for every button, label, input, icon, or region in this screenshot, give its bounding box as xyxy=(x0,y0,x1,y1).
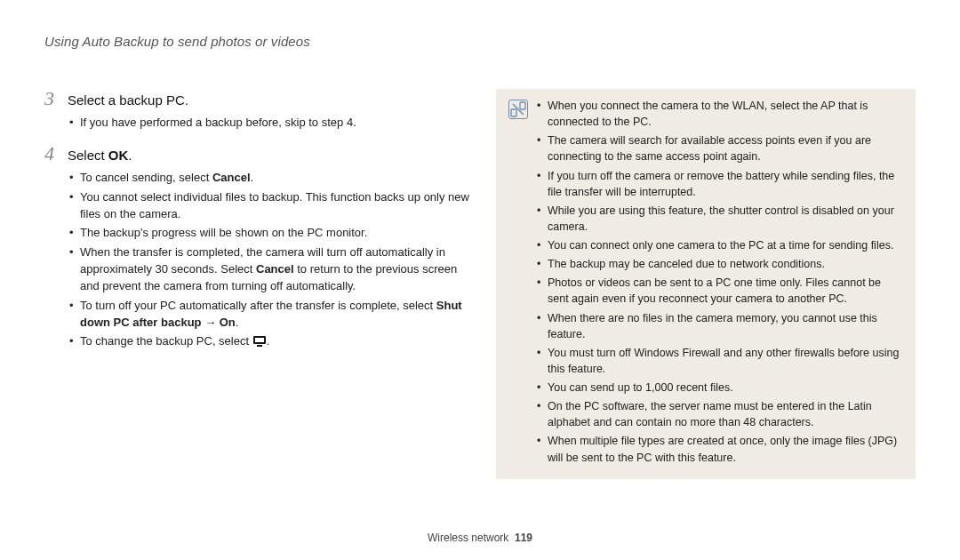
right-column: When you connect the camera to the WLAN,… xyxy=(496,89,916,479)
bullet-item: To change the backup PC, select . xyxy=(69,333,469,350)
note-item: You must turn off Windows Firewall and a… xyxy=(537,345,903,377)
svg-rect-5 xyxy=(511,109,516,116)
footer-page-number: 119 xyxy=(515,532,532,544)
bullet-item: You cannot select individual files to ba… xyxy=(69,189,469,223)
bullet-item: To turn off your PC automatically after … xyxy=(69,298,469,332)
footer-section: Wireless network xyxy=(428,532,508,544)
note-box: When you connect the camera to the WLAN,… xyxy=(496,89,916,479)
step-4-bullets: To cancel sending, select Cancel. You ca… xyxy=(44,170,469,350)
note-item: On the PC software, the server name must… xyxy=(537,398,903,430)
step-number: 3 xyxy=(44,89,59,108)
svg-rect-2 xyxy=(257,345,262,347)
note-list: When you connect the camera to the WLAN,… xyxy=(537,98,903,468)
step-4: 4 Select OK. To cancel sending, select C… xyxy=(44,144,469,350)
manual-page: Using Auto Backup to send photos or vide… xyxy=(0,0,960,560)
bullet-item: When the transfer is completed, the came… xyxy=(69,244,469,295)
step-title: Select a backup PC. xyxy=(68,91,188,109)
note-item: While you are using this feature, the sh… xyxy=(537,203,903,235)
note-item: You can connect only one camera to the P… xyxy=(537,237,903,253)
note-item: When multiple file types are created at … xyxy=(537,433,903,465)
step-3-bullets: If you have performed a backup before, s… xyxy=(44,115,469,132)
left-column: 3 Select a backup PC. If you have perfor… xyxy=(44,89,469,363)
note-item: The backup may be canceled due to networ… xyxy=(537,256,903,272)
page-title: Using Auto Backup to send photos or vide… xyxy=(44,34,916,49)
note-item: When you connect the camera to the WLAN,… xyxy=(537,98,903,130)
bullet-item: To cancel sending, select Cancel. xyxy=(69,170,469,187)
svg-rect-4 xyxy=(520,102,525,109)
note-icon xyxy=(508,100,528,119)
note-item: When there are no files in the camera me… xyxy=(537,310,903,342)
monitor-icon xyxy=(252,335,267,348)
note-item: Photos or videos can be sent to a PC one… xyxy=(537,275,903,307)
content-columns: 3 Select a backup PC. If you have perfor… xyxy=(44,89,916,479)
bullet-item: The backup's progress will be shown on t… xyxy=(69,225,469,242)
bullet-item: If you have performed a backup before, s… xyxy=(69,115,469,132)
note-item: You can send up to 1,000 recent files. xyxy=(537,380,903,396)
note-item: The camera will search for available acc… xyxy=(537,132,903,164)
step-3: 3 Select a backup PC. If you have perfor… xyxy=(44,89,469,132)
step-title: Select OK. xyxy=(68,146,132,164)
note-item: If you turn off the camera or remove the… xyxy=(537,168,903,200)
page-footer: Wireless network 119 xyxy=(0,532,960,544)
svg-rect-1 xyxy=(255,338,264,342)
step-number: 4 xyxy=(44,144,59,164)
